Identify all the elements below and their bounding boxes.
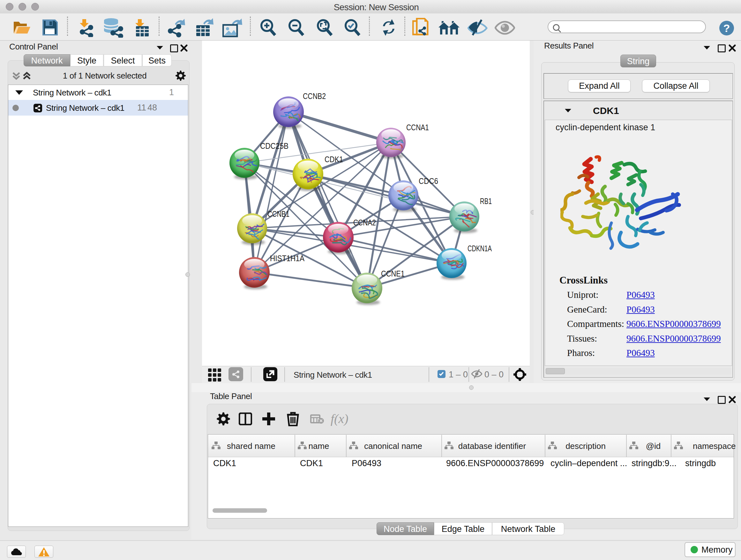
svg-text:CDKN1A: CDKN1A	[468, 244, 492, 253]
svg-text:CCNA2: CCNA2	[353, 218, 376, 227]
svg-text:CDC6: CDC6	[419, 176, 438, 186]
svg-text:RB1: RB1	[480, 196, 492, 206]
svg-text:HIST1H1A: HIST1H1A	[270, 253, 305, 263]
svg-text:CCNA1: CCNA1	[406, 123, 429, 132]
svg-text:CCNE1: CCNE1	[381, 269, 405, 278]
svg-text:CDC25B: CDC25B	[260, 141, 288, 151]
svg-text:CCNB2: CCNB2	[303, 91, 326, 101]
svg-text:CCNB1: CCNB1	[267, 209, 289, 219]
svg-text:CDK1: CDK1	[325, 154, 343, 164]
